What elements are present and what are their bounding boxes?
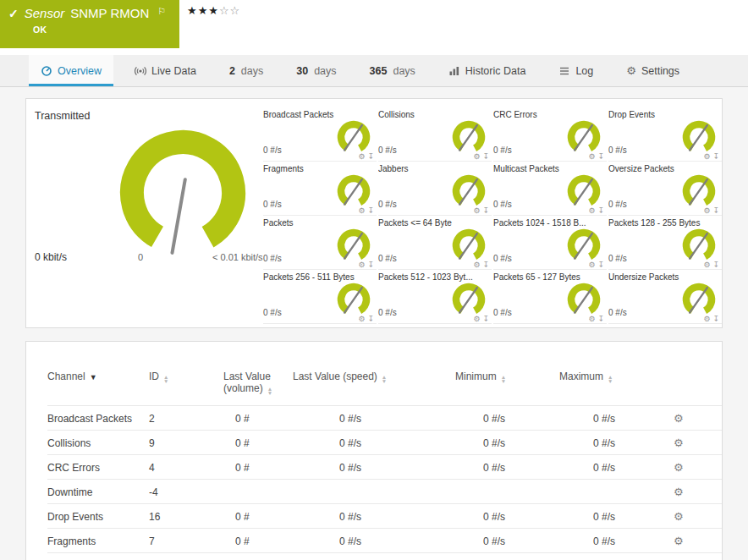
- column-header-id[interactable]: ID▲▼: [149, 371, 223, 406]
- mini-gauge-cell[interactable]: Jabbers 0 #/s ⚙↧: [378, 162, 492, 216]
- stars-filled[interactable]: ★★★: [187, 4, 219, 17]
- column-header-minimum[interactable]: Minimum▲▼: [455, 371, 559, 406]
- mini-gauge-cell[interactable]: Packets <= 64 Byte 0 #/s ⚙↧: [378, 216, 492, 270]
- mini-gauge-cell[interactable]: Packets 128 - 255 Bytes 0 #/s ⚙↧: [608, 216, 722, 270]
- gear-icon[interactable]: ⚙: [473, 152, 480, 161]
- mini-gauge-cell[interactable]: Oversize Packets 0 #/s ⚙↧: [608, 162, 722, 216]
- mini-gauge-cell[interactable]: Multicast Packets 0 #/s ⚙↧: [493, 162, 607, 216]
- ok-check-icon: ✓: [8, 7, 19, 20]
- tab-2-days[interactable]: 2 days: [217, 55, 275, 86]
- column-header-channel[interactable]: Channel▼: [47, 371, 149, 406]
- mini-gauge-cell[interactable]: Drop Events 0 #/s ⚙↧: [608, 107, 722, 162]
- gear-icon[interactable]: ⚙: [588, 152, 595, 161]
- column-header-maximum[interactable]: Maximum▲▼: [559, 371, 661, 406]
- download-icon[interactable]: ↧: [712, 152, 719, 161]
- mini-gauge-cell[interactable]: Undersize Packets 0 #/s ⚙↧: [608, 270, 722, 324]
- gear-icon[interactable]: ⚙: [661, 461, 684, 474]
- download-icon[interactable]: ↧: [597, 152, 604, 161]
- mini-gauge-value: 0 #/s: [378, 145, 397, 155]
- gear-icon[interactable]: ⚙: [661, 412, 684, 425]
- download-icon[interactable]: ↧: [482, 152, 489, 161]
- tab-historic-data[interactable]: Historic Data: [437, 55, 538, 86]
- maximum-value: 0 #/s: [559, 406, 661, 431]
- status-badge: OK: [33, 25, 171, 35]
- channel-id: 4: [149, 455, 223, 480]
- download-icon[interactable]: ↧: [712, 261, 719, 269]
- gear-icon[interactable]: ⚙: [661, 486, 684, 498]
- gear-icon[interactable]: ⚙: [358, 261, 365, 269]
- last-value-volume: 0 #: [223, 529, 293, 553]
- stars-empty[interactable]: ☆☆: [219, 4, 240, 17]
- mini-gauge-cell[interactable]: Fragments 0 #/s ⚙↧: [263, 162, 377, 216]
- gear-icon: ⚙: [626, 64, 636, 77]
- gear-icon[interactable]: ⚙: [358, 315, 365, 323]
- download-icon[interactable]: ↧: [482, 315, 489, 323]
- mini-gauge-value: 0 #/s: [378, 200, 397, 209]
- download-icon[interactable]: ↧: [482, 261, 489, 269]
- gear-icon[interactable]: ⚙: [588, 315, 595, 323]
- channel-id: 7: [149, 529, 223, 553]
- gear-icon[interactable]: ⚙: [703, 206, 710, 215]
- gear-icon[interactable]: ⚙: [661, 436, 684, 449]
- mini-gauge-cell[interactable]: Packets 1024 - 1518 B... 0 #/s ⚙↧: [493, 216, 607, 270]
- mini-gauge-cell[interactable]: Packets 256 - 511 Bytes 0 #/s ⚙↧: [263, 270, 377, 324]
- download-icon[interactable]: ↧: [712, 315, 719, 323]
- channel-id: 16: [149, 504, 223, 529]
- gauge-icon: [679, 118, 718, 156]
- tab-overview[interactable]: Overview: [29, 55, 113, 86]
- download-icon[interactable]: ↧: [712, 206, 719, 215]
- priority-stars[interactable]: ★★★☆☆: [187, 4, 240, 17]
- flag-icon[interactable]: ⚐: [157, 6, 166, 17]
- channel-name: Broadcast Packets: [47, 406, 149, 431]
- main-gauge-current-value: 0 kbit/s: [35, 251, 67, 263]
- mini-gauge-cell[interactable]: CRC Errors 0 #/s ⚙↧: [493, 107, 607, 162]
- download-icon[interactable]: ↧: [367, 315, 374, 323]
- download-icon[interactable]: ↧: [597, 206, 604, 215]
- tab-settings[interactable]: ⚙ Settings: [614, 55, 691, 86]
- table-row: Jabbers 8 0 # 0 #/s 0 #/s 0 #/s ⚙: [47, 553, 723, 560]
- gauge-icon: [334, 226, 373, 265]
- gauge-icon: [449, 226, 488, 265]
- mini-gauge-cell[interactable]: Collisions 0 #/s ⚙↧: [378, 107, 492, 162]
- download-icon[interactable]: ↧: [597, 261, 604, 269]
- gear-icon[interactable]: ⚙: [661, 535, 684, 547]
- download-icon[interactable]: ↧: [367, 206, 374, 215]
- mini-gauge-cell[interactable]: Packets 0 #/s ⚙↧: [263, 216, 377, 270]
- gear-icon[interactable]: ⚙: [358, 152, 365, 161]
- mini-gauge-value: 0 #/s: [378, 254, 397, 263]
- tab-number: 30: [296, 65, 308, 77]
- download-icon[interactable]: ↧: [367, 152, 374, 161]
- tab-label: days: [314, 65, 336, 77]
- gear-icon[interactable]: ⚙: [588, 261, 595, 269]
- tab-30-days[interactable]: 30 days: [284, 55, 348, 86]
- mini-gauge-cell[interactable]: Packets 65 - 127 Bytes 0 #/s ⚙↧: [493, 270, 607, 324]
- gear-icon[interactable]: ⚙: [473, 261, 480, 269]
- tab-live-data[interactable]: Live Data: [123, 55, 208, 86]
- last-value-volume: 0 #: [223, 406, 293, 431]
- gear-icon[interactable]: ⚙: [703, 261, 710, 269]
- download-icon[interactable]: ↧: [597, 315, 604, 323]
- column-header-last-value-volume[interactable]: Last Value (volume)▲▼: [223, 371, 293, 406]
- tab-bar: Overview Live Data 2 days 30 days 365 da…: [0, 55, 748, 87]
- mini-gauge-cell[interactable]: Broadcast Packets 0 #/s ⚙↧: [263, 107, 377, 162]
- gear-icon[interactable]: ⚙: [473, 206, 480, 215]
- maximum-value: 0 #/s: [559, 529, 661, 553]
- mini-gauge-grid: Broadcast Packets 0 #/s ⚙↧ Collisions 0 …: [263, 107, 722, 324]
- tab-365-days[interactable]: 365 days: [358, 55, 427, 86]
- column-header-last-value-speed[interactable]: Last Value (speed)▲▼: [293, 371, 455, 406]
- tab-log[interactable]: Log: [547, 55, 605, 86]
- gear-icon[interactable]: ⚙: [661, 510, 684, 523]
- gear-icon[interactable]: ⚙: [473, 315, 480, 323]
- sensor-name: SNMP RMON: [70, 6, 149, 20]
- maximum-value: 0 #/s: [559, 431, 661, 455]
- download-icon[interactable]: ↧: [367, 261, 374, 269]
- mini-gauge-cell[interactable]: Packets 512 - 1023 Byt... 0 #/s ⚙↧: [378, 270, 492, 324]
- download-icon[interactable]: ↧: [482, 206, 489, 215]
- minimum-value: 0 #/s: [455, 504, 559, 529]
- gear-icon[interactable]: ⚙: [358, 206, 365, 215]
- last-value-speed: 0 #/s: [293, 431, 455, 455]
- gear-icon[interactable]: ⚙: [703, 152, 710, 161]
- gear-icon[interactable]: ⚙: [588, 206, 595, 215]
- gear-icon[interactable]: ⚙: [703, 315, 710, 323]
- last-value-speed: 0 #/s: [293, 553, 455, 560]
